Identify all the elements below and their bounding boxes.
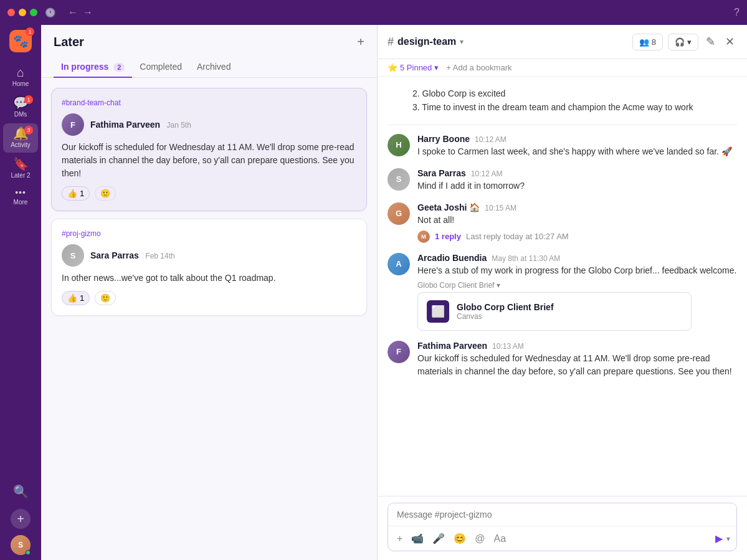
send-button[interactable]: ▶ (715, 533, 723, 544)
chat-header-actions: 👥 8 🎧 ▾ ✎ ✕ (632, 32, 737, 51)
minimize-traffic-light[interactable] (19, 9, 26, 16)
dms-badge: 1 (24, 95, 33, 104)
card-text: In other news...we've got to talk about … (62, 272, 356, 285)
message-content: Our kickoff is scheduled for Wednesday a… (417, 352, 737, 378)
mention-button[interactable]: @ (472, 531, 487, 547)
pinned-button[interactable]: ⭐ 5 Pinned ▾ (388, 63, 439, 72)
reply-count[interactable]: 1 reply (435, 232, 461, 241)
back-button[interactable]: ← (68, 7, 78, 18)
message-sara: S Sara Parras 10:12 AM Mind if I add it … (388, 164, 737, 196)
message-time: 10:12 AM (471, 169, 503, 178)
reply-thread[interactable]: M 1 reply Last reply today at 10:27 AM (417, 230, 737, 243)
search-button[interactable]: 🔍 (3, 480, 38, 503)
members-button[interactable]: 👥 8 (632, 34, 663, 50)
pin-chevron: ▾ (434, 63, 439, 72)
headphone-icon: 🎧 (675, 37, 685, 47)
message-body: Geeta Joshi 🏠 10:15 AM Not at all! M 1 r… (417, 202, 737, 243)
sidebar-item-dms[interactable]: 💬 DMs 1 (3, 93, 38, 122)
sidebar-item-label: DMs (14, 111, 27, 118)
message-body: Harry Boone 10:12 AM I spoke to Carmen l… (417, 134, 737, 158)
message-author: Sara Parras (417, 168, 466, 178)
later-card-2[interactable]: #proj-gizmo S Sara Parras Feb 14th In ot… (51, 219, 367, 316)
help-icon[interactable]: ? (734, 7, 740, 18)
card-author-info: Sara Parras Feb 14th (90, 250, 175, 261)
add-bookmark-button[interactable]: + Add a bookmark (446, 63, 511, 72)
reaction-thumbsup[interactable]: 👍 1 (62, 291, 90, 305)
reaction-count: 1 (80, 189, 84, 198)
sidebar-item-label: Home (12, 80, 29, 88)
add-reaction-button[interactable]: 🙂 (95, 186, 116, 201)
tab-archived[interactable]: Archived (189, 57, 238, 78)
reaction-thumbsup[interactable]: 👍 1 (62, 186, 90, 201)
attach-button[interactable]: + (394, 531, 405, 547)
message-content: Mind if I add it in tomorrow? (417, 179, 737, 192)
format-button[interactable]: Aa (492, 531, 509, 547)
home-icon: ⌂ (17, 66, 24, 78)
message-input[interactable] (388, 503, 736, 526)
channel-dropdown-icon[interactable]: ▾ (460, 37, 464, 46)
chat-subheader: ⭐ 5 Pinned ▾ + Add a bookmark (378, 59, 747, 77)
edit-button[interactable]: ✎ (703, 32, 718, 51)
traffic-lights (7, 9, 37, 16)
tab-label: Completed (140, 62, 182, 72)
later-panel: Later + In progress 2 Completed Archived… (41, 25, 378, 560)
sidebar-item-activity[interactable]: 🔔 Activity 3 (3, 123, 38, 153)
forward-button[interactable]: → (83, 7, 93, 18)
huddle-chevron: ▾ (687, 37, 692, 47)
tab-in-progress[interactable]: In progress 2 (54, 57, 132, 78)
reply-avatar: M (417, 230, 430, 243)
message-time: 10:13 AM (492, 342, 524, 351)
audio-button[interactable]: 🎤 (430, 530, 447, 547)
message-geeta: G Geeta Joshi 🏠 10:15 AM Not at all! M 1… (388, 199, 737, 247)
message-header: Geeta Joshi 🏠 10:15 AM (417, 202, 737, 212)
reaction-emoji: 👍 (67, 293, 77, 303)
video-button[interactable]: 📹 (409, 530, 426, 547)
message-body: Arcadio Buendia May 8th at 11:30 AM Here… (417, 253, 737, 331)
canvas-card[interactable]: ⬜ Globo Corp Client Brief Canvas (417, 292, 692, 331)
app-container: 🐾 1 ⌂ Home 💬 DMs 1 🔔 Activity 3 🔖 Later … (0, 25, 747, 560)
card-date: Jan 5th (167, 121, 191, 130)
sidebar-item-home[interactable]: ⌂ Home (3, 62, 38, 92)
later-card-1[interactable]: #brand-team-chat F Fathima Parveen Jan 5… (51, 88, 367, 211)
send-dropdown[interactable]: ▾ (726, 534, 730, 543)
reaction-count: 1 (80, 293, 84, 303)
avatar-initial: F (62, 113, 84, 136)
message-author: Arcadio Buendia (417, 253, 487, 263)
add-reaction-button[interactable]: 🙂 (95, 291, 116, 305)
maximize-traffic-light[interactable] (30, 9, 37, 16)
context-line-2: 3. Time to invest in the dream team and … (412, 100, 737, 114)
bookmark-label: + Add a bookmark (446, 63, 511, 72)
reply-avatar-initial: M (417, 230, 430, 243)
chat-panel: # design-team ▾ 👥 8 🎧 ▾ ✎ ✕ ⭐ (378, 25, 747, 560)
tab-completed[interactable]: Completed (132, 57, 189, 78)
message-divider (388, 125, 737, 125)
app-icon[interactable]: 🐾 1 (9, 30, 32, 52)
geeta-avatar: G (388, 202, 410, 225)
canvas-title: Globo Corp Client Brief (457, 302, 554, 312)
card-author-name: Sara Parras (90, 250, 139, 260)
titlebar: 🕐 ← → ? (0, 0, 747, 25)
canvas-label[interactable]: Globo Corp Client Brief ▾ (417, 281, 737, 290)
close-traffic-light[interactable] (7, 9, 15, 16)
sidebar-item-more[interactable]: ••• More (3, 184, 38, 210)
message-author: Fathima Parveen (417, 341, 487, 351)
member-count: 8 (652, 37, 656, 47)
huddle-button[interactable]: 🎧 ▾ (668, 34, 698, 50)
avatar-initial: S (62, 244, 84, 267)
chat-input-area: + 📹 🎤 😊 @ Aa ▶ ▾ (378, 496, 747, 560)
user-avatar-wrapper[interactable]: S (11, 535, 31, 555)
harry-avatar: H (388, 134, 410, 156)
sidebar-item-later[interactable]: 🔖 Later 2 (3, 154, 38, 183)
message-fathima: F Fathima Parveen 10:13 AM Our kickoff i… (388, 337, 737, 382)
emoji-button[interactable]: 😊 (451, 530, 469, 547)
message-header: Sara Parras 10:12 AM (417, 168, 737, 178)
chat-title-area: # design-team ▾ (388, 36, 464, 49)
later-add-button[interactable]: + (357, 35, 364, 49)
card-author-name: Fathima Parveen (90, 120, 160, 130)
message-body: Sara Parras 10:12 AM Mind if I add it in… (417, 168, 737, 192)
later-tabs: In progress 2 Completed Archived (41, 57, 377, 78)
compose-button[interactable]: + (11, 509, 31, 529)
message-author: Harry Boone (417, 134, 470, 144)
tab-count: 2 (113, 63, 125, 72)
close-button[interactable]: ✕ (723, 32, 737, 51)
